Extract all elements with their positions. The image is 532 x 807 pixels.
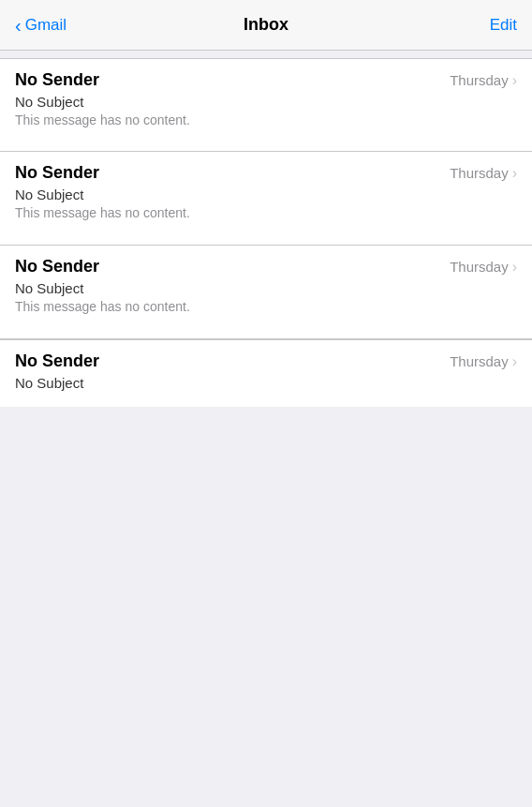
email-date: Thursday: [450, 165, 509, 181]
email-date-container: Thursday ›: [450, 72, 517, 89]
email-date-container: Thursday ›: [450, 259, 517, 276]
email-subject: No Subject: [15, 375, 517, 391]
email-header: No Sender Thursday ›: [15, 70, 517, 90]
chevron-right-icon: ›: [512, 72, 517, 89]
email-item[interactable]: No Sender Thursday › No Subject This mes…: [0, 58, 532, 152]
page-title: Inbox: [244, 15, 288, 35]
edit-button[interactable]: Edit: [490, 16, 517, 35]
email-item[interactable]: No Sender Thursday › No Subject This mes…: [0, 246, 532, 339]
email-date: Thursday: [450, 259, 509, 275]
email-sender: No Sender: [15, 70, 99, 90]
email-sender: No Sender: [15, 163, 99, 183]
email-preview: This message has no content.: [15, 205, 517, 220]
email-header: No Sender Thursday ›: [15, 163, 517, 183]
email-preview: This message has no content.: [15, 299, 517, 314]
email-date: Thursday: [450, 353, 509, 369]
email-preview: This message has no content.: [15, 112, 517, 127]
email-list: No Sender Thursday › No Subject This mes…: [0, 58, 532, 407]
email-subject: No Subject: [15, 187, 517, 202]
email-date-container: Thursday ›: [450, 353, 517, 370]
back-button[interactable]: ‹ Gmail: [15, 16, 66, 35]
chevron-right-icon: ›: [512, 259, 517, 276]
email-header: No Sender Thursday ›: [15, 351, 517, 371]
navigation-bar: ‹ Gmail Inbox Edit: [0, 0, 532, 51]
chevron-right-icon: ›: [512, 353, 517, 370]
email-date-container: Thursday ›: [450, 165, 517, 182]
email-subject: No Subject: [15, 94, 517, 110]
email-header: No Sender Thursday ›: [15, 257, 517, 276]
email-sender: No Sender: [15, 257, 99, 276]
chevron-right-icon: ›: [512, 165, 517, 182]
email-subject: No Subject: [15, 280, 517, 296]
email-item[interactable]: No Sender Thursday › No Subject: [0, 339, 532, 407]
email-sender: No Sender: [15, 351, 99, 371]
email-date: Thursday: [450, 72, 509, 88]
back-label: Gmail: [25, 16, 66, 35]
chevron-back-icon: ‹: [15, 16, 22, 35]
email-item[interactable]: No Sender Thursday › No Subject This mes…: [0, 152, 532, 246]
